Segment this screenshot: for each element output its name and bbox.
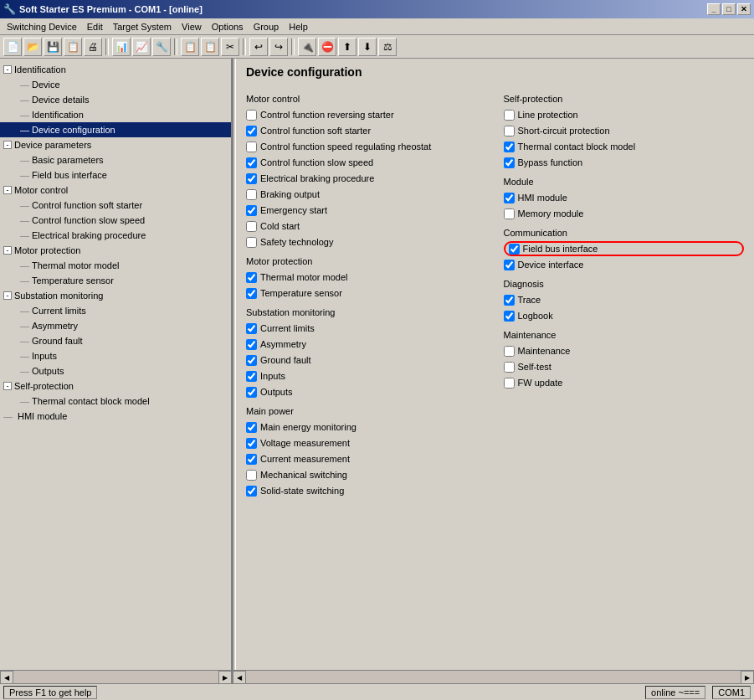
cb-emergency-start-input[interactable] [246, 205, 257, 216]
expand-motor-control[interactable]: - [3, 186, 12, 194]
cb-ground-fault-input[interactable] [246, 355, 257, 366]
tree-field-bus-interface[interactable]: — Field bus interface [0, 167, 231, 183]
tree-motor-protection[interactable]: - Motor protection [0, 243, 231, 258]
tree-control-slow-speed[interactable]: — Control function slow speed [0, 213, 231, 228]
toolbar-save[interactable]: 💾 [44, 38, 62, 56]
tree-device-details[interactable]: — Device details [0, 92, 231, 107]
cb-main-energy-input[interactable] [246, 422, 257, 433]
toolbar-compare[interactable]: ⚖ [378, 38, 397, 56]
expand-self-protection[interactable]: - [3, 382, 12, 390]
toolbar-print[interactable]: 🖨 [84, 38, 102, 56]
tree-ground-fault[interactable]: — Ground fault [0, 333, 231, 348]
cb-fw-update-input[interactable] [504, 378, 515, 389]
hscroll-right-right-arrow[interactable]: ▶ [741, 671, 754, 684]
cb-soft-starter-input[interactable] [246, 126, 257, 136]
tree-thermal-contact[interactable]: — Thermal contact block model [0, 394, 231, 409]
cb-cold-start-input[interactable] [246, 221, 257, 232]
toolbar-cut[interactable]: ✂ [221, 38, 239, 56]
tree-asymmetry[interactable]: — Asymmetry [0, 318, 231, 333]
cb-thermal-contact-input[interactable] [504, 142, 515, 152]
toolbar-open[interactable]: 📂 [23, 38, 42, 56]
close-button[interactable]: ✕ [737, 3, 751, 15]
hscroll-right-left-arrow[interactable]: ◀ [233, 671, 246, 684]
toolbar-tool[interactable]: 🔧 [152, 38, 171, 56]
cb-slow-speed-input[interactable] [246, 157, 257, 168]
cb-logbook-input[interactable] [504, 311, 515, 322]
tree-hmi-module[interactable]: — HMI module [0, 409, 231, 424]
tree-identification-sub[interactable]: — Identification [0, 107, 231, 122]
toolbar-new[interactable]: 📄 [3, 38, 22, 56]
tree-device-configuration[interactable]: — Device configuration [0, 122, 231, 137]
expand-motor-protection[interactable]: - [3, 246, 12, 255]
cb-bypass-func-input[interactable] [504, 157, 515, 168]
maximize-button[interactable]: □ [722, 3, 736, 15]
toolbar-chart2[interactable]: 📈 [132, 38, 151, 56]
cb-emergency-start-label: Emergency start [260, 205, 327, 215]
minimize-button[interactable]: _ [707, 3, 721, 15]
cb-voltage-meas-input[interactable] [246, 438, 257, 449]
cb-current-meas-input[interactable] [246, 454, 257, 465]
cb-speed-rheostat-input[interactable] [246, 142, 257, 152]
cb-thermal-motor-input[interactable] [246, 272, 257, 283]
tree-device[interactable]: — Device [0, 77, 231, 92]
tree-electrical-braking[interactable]: — Electrical braking procedure [0, 228, 231, 243]
toolbar-copy[interactable]: 📋 [181, 38, 199, 56]
toolbar-save2[interactable]: 📋 [64, 38, 82, 56]
toolbar-download[interactable]: ⬇ [358, 38, 377, 56]
cb-short-circuit-input[interactable] [504, 126, 515, 136]
cb-braking-output-input[interactable] [246, 189, 257, 200]
hscroll-left-right-arrow[interactable]: ▶ [218, 671, 232, 684]
toolbar-disconnect[interactable]: ⛔ [318, 38, 336, 56]
cb-mech-switching-input[interactable] [246, 470, 257, 481]
tree-identification[interactable]: - Identification [0, 62, 231, 77]
cb-fieldbus-input[interactable] [509, 244, 520, 255]
tree-outputs[interactable]: — Outputs [0, 363, 231, 378]
toolbar-undo[interactable]: ↩ [249, 38, 268, 56]
expand-substation[interactable]: - [3, 291, 12, 300]
cb-line-prot-input[interactable] [504, 110, 515, 121]
menu-help[interactable]: Help [284, 20, 313, 33]
cb-outputs-input[interactable] [246, 387, 257, 398]
toolbar-chart[interactable]: 📊 [112, 38, 131, 56]
cb-elec-braking-input[interactable] [246, 173, 257, 184]
cb-device-interface-input[interactable] [504, 260, 515, 270]
tree-device-parameters[interactable]: - Device parameters [0, 137, 231, 152]
expand-device-parameters[interactable]: - [3, 141, 12, 149]
cb-temp-sensor-input[interactable] [246, 288, 257, 299]
toolbar-redo[interactable]: ↪ [269, 38, 288, 56]
tree-motor-control[interactable]: - Motor control [0, 183, 231, 198]
cb-hmi-module-input[interactable] [504, 193, 515, 203]
menu-options[interactable]: Options [207, 20, 249, 33]
menu-switching-device[interactable]: Switching Device [2, 20, 82, 33]
tree-self-protection[interactable]: - Self-protection [0, 378, 231, 394]
cb-self-test-input[interactable] [504, 362, 515, 373]
cb-asymmetry-input[interactable] [246, 339, 257, 350]
expand-identification[interactable]: - [3, 65, 12, 74]
cb-current-limits-input[interactable] [246, 323, 257, 334]
cb-inputs-input[interactable] [246, 371, 257, 382]
toolbar-connect[interactable]: 🔌 [298, 38, 316, 56]
tree-current-limits[interactable]: — Current limits [0, 303, 231, 318]
tree-thermal-motor[interactable]: — Thermal motor model [0, 258, 231, 273]
cb-solid-state: Solid-state switching [246, 483, 487, 498]
hscroll-left-arrow[interactable]: ◀ [0, 671, 13, 684]
tree-basic-parameters[interactable]: — Basic parameters [0, 152, 231, 167]
toolbar-paste[interactable]: 📋 [201, 38, 219, 56]
tree-temperature-sensor[interactable]: — Temperature sensor [0, 273, 231, 288]
menu-group[interactable]: Group [249, 20, 285, 33]
tree-control-soft-starter[interactable]: — Control function soft starter [0, 198, 231, 213]
cb-solid-state-input[interactable] [246, 486, 257, 497]
cb-reversing-starter-input[interactable] [246, 110, 257, 121]
hscroll-right-track[interactable] [246, 671, 741, 683]
tree-inputs[interactable]: — Inputs [0, 348, 231, 363]
toolbar-upload[interactable]: ⬆ [338, 38, 356, 56]
tree-substation-monitoring[interactable]: - Substation monitoring [0, 288, 231, 303]
menu-edit[interactable]: Edit [82, 20, 108, 33]
hscroll-left-track[interactable] [13, 671, 218, 683]
menu-view[interactable]: View [177, 20, 207, 33]
menu-target-system[interactable]: Target System [108, 20, 177, 33]
cb-safety-tech-input[interactable] [246, 237, 257, 248]
cb-trace-input[interactable] [504, 295, 515, 306]
cb-memory-module-input[interactable] [504, 208, 515, 219]
cb-maintenance-input[interactable] [504, 346, 515, 357]
